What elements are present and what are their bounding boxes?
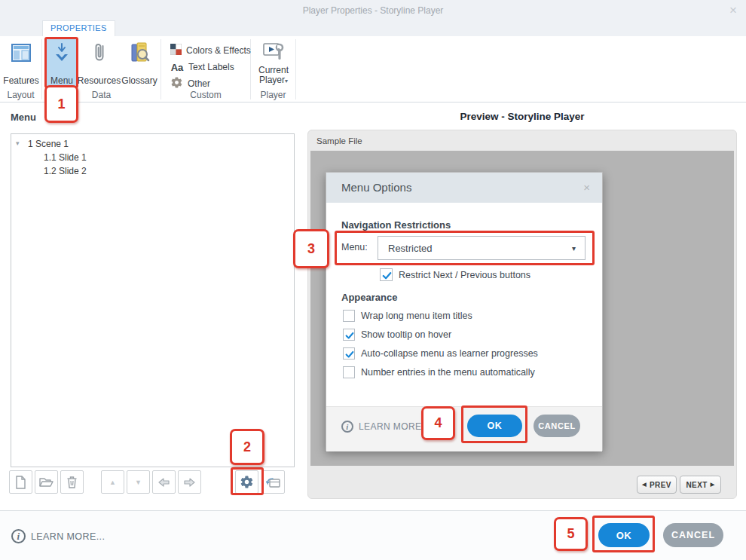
- tree-item-slide1[interactable]: 1.1 Slide 1: [44, 152, 87, 163]
- menu-panel-heading: Menu: [11, 112, 36, 123]
- resources-label: Resources: [78, 75, 121, 86]
- menu-label: Menu: [50, 75, 73, 86]
- paperclip-icon: [91, 41, 108, 66]
- cancel-button[interactable]: CANCEL: [663, 523, 723, 547]
- new-document-icon: [15, 476, 26, 489]
- chevron-down-icon: ▾: [285, 78, 288, 84]
- glossary-button[interactable]: Glossary: [120, 38, 159, 87]
- features-icon: [10, 41, 32, 66]
- group-layout-label: Layout: [0, 90, 41, 100]
- tree-item-slide2[interactable]: 1.2 Slide 2: [44, 166, 87, 176]
- restrict-next-prev-checkbox[interactable]: [380, 268, 393, 281]
- text-labels-button[interactable]: Aa Text Labels: [170, 60, 234, 74]
- info-icon: i: [11, 529, 26, 543]
- text-labels-icon: Aa: [170, 62, 184, 73]
- menu-restriction-value: Restricted: [388, 243, 433, 254]
- restore-icon: [266, 476, 280, 488]
- annotation-step-1: 1: [44, 85, 78, 123]
- close-icon[interactable]: ×: [729, 3, 737, 18]
- reset-menu-button[interactable]: [261, 470, 285, 494]
- outdent-button[interactable]: [152, 470, 176, 494]
- annotation-step-3: 3: [293, 229, 329, 268]
- right-arrow-icon: [183, 477, 196, 488]
- auto-collapse-label: Auto-collapse menu as learner progresses: [361, 348, 538, 359]
- colors-effects-icon: [170, 44, 182, 57]
- appearance-heading: Appearance: [341, 292, 397, 303]
- ribbon: Features Menu Resources: [0, 36, 746, 103]
- text-labels-label: Text Labels: [188, 62, 234, 72]
- preview-heading: Preview - Storyline Player: [307, 111, 737, 122]
- other-button[interactable]: Other: [170, 77, 210, 90]
- move-down-button[interactable]: ▼: [127, 470, 150, 494]
- learn-more-link[interactable]: i LEARN MORE...: [11, 529, 105, 543]
- move-up-button[interactable]: ▲: [101, 470, 124, 494]
- new-item-button[interactable]: [9, 470, 32, 494]
- current-player-icon: [262, 41, 285, 65]
- prev-arrow-icon: ◀: [642, 482, 647, 488]
- checkmark-icon: [344, 349, 355, 360]
- menu-restriction-select[interactable]: Restricted ▾: [378, 236, 585, 260]
- annotation-step-2: 2: [230, 429, 264, 465]
- glossary-label: Glossary: [121, 75, 157, 86]
- dialog-learn-more-link[interactable]: i LEARN MORE: [341, 421, 421, 433]
- nav-restrictions-heading: Navigation Restrictions: [341, 219, 451, 231]
- footer-bar: i LEARN MORE... OK CANCEL: [0, 510, 746, 560]
- features-button[interactable]: Features: [2, 38, 41, 87]
- auto-collapse-checkbox[interactable]: [343, 347, 355, 360]
- menu-icon: [53, 41, 71, 66]
- show-tooltip-label: Show tooltip on hover: [361, 329, 451, 340]
- menu-tree: ▾ 1 Scene 1 1.1 Slide 1 1.2 Slide 2: [11, 133, 295, 467]
- trash-icon: [66, 476, 78, 488]
- dialog-close-icon[interactable]: ×: [583, 181, 590, 194]
- open-folder-button[interactable]: [35, 470, 58, 494]
- ok-button[interactable]: OK: [598, 523, 650, 547]
- tree-expander-icon[interactable]: ▾: [16, 139, 20, 147]
- prev-button[interactable]: ◀ PREV: [637, 476, 677, 494]
- number-entries-checkbox[interactable]: [343, 366, 355, 378]
- tab-properties[interactable]: PROPERTIES: [42, 20, 115, 36]
- annotation-step-4: 4: [421, 406, 455, 440]
- sample-file-label: Sample File: [316, 136, 362, 145]
- menu-field-label: Menu:: [341, 242, 368, 252]
- gear-icon: [170, 76, 183, 91]
- dropdown-caret-icon: ▾: [572, 244, 576, 252]
- checkmark-icon: [344, 330, 355, 341]
- player-properties-window: Player Properties - Storyline Player × P…: [0, 0, 746, 560]
- open-folder-icon: [39, 476, 54, 488]
- features-label: Features: [3, 75, 38, 86]
- menu-button[interactable]: Menu: [47, 38, 77, 87]
- restrict-next-prev-label: Restrict Next / Previous buttons: [399, 270, 530, 280]
- glossary-book-icon: [129, 41, 150, 66]
- settings-gear-icon: [240, 475, 254, 489]
- left-arrow-icon: [157, 477, 170, 488]
- colors-effects-label: Colors & Effects: [186, 45, 251, 56]
- group-custom-label: Custom: [161, 90, 250, 100]
- colors-effects-button[interactable]: Colors & Effects: [170, 44, 251, 57]
- checkmark-icon: [381, 270, 393, 281]
- titlebar: Player Properties - Storyline Player × P…: [0, 0, 746, 36]
- annotation-step-5: 5: [554, 517, 588, 551]
- window-title: Player Properties - Storyline Player: [0, 5, 746, 16]
- dialog-header: Menu Options ×: [326, 173, 602, 203]
- down-triangle-icon: ▼: [135, 479, 142, 486]
- indent-button[interactable]: [178, 470, 201, 494]
- tree-item-scene[interactable]: 1 Scene 1: [28, 139, 69, 149]
- up-triangle-icon: ▲: [109, 479, 116, 486]
- current-player-button[interactable]: Current Player▾: [254, 38, 293, 87]
- dialog-ok-button[interactable]: OK: [467, 415, 522, 437]
- dialog-footer: i LEARN MORE OK CANCEL: [326, 406, 602, 451]
- menu-options-dialog: Menu Options × Navigation Restrictions M…: [326, 172, 603, 451]
- other-label: Other: [188, 78, 210, 89]
- menu-options-button[interactable]: [235, 470, 258, 494]
- next-button[interactable]: NEXT ▶: [680, 476, 721, 494]
- current-player-label: Current Player▾: [258, 66, 289, 86]
- dialog-title: Menu Options: [341, 173, 411, 203]
- group-divider: [295, 39, 296, 99]
- wrap-titles-label: Wrap long menu item titles: [361, 311, 472, 321]
- wrap-titles-checkbox[interactable]: [343, 310, 355, 322]
- delete-item-button[interactable]: [60, 470, 84, 494]
- show-tooltip-checkbox[interactable]: [343, 329, 355, 341]
- next-arrow-icon: ▶: [711, 482, 715, 488]
- dialog-cancel-button[interactable]: CANCEL: [534, 415, 580, 437]
- resources-button[interactable]: Resources: [78, 38, 120, 87]
